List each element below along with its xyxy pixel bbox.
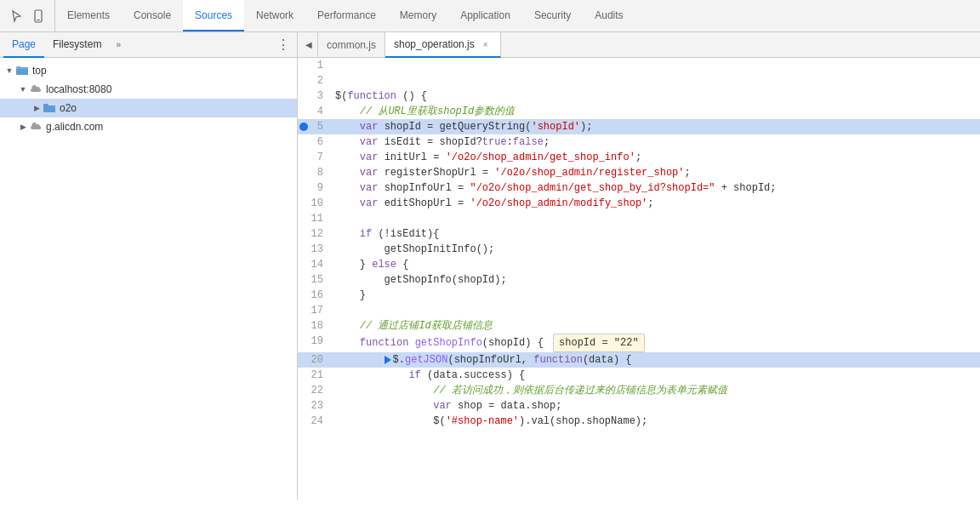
tab-page[interactable]: Page	[3, 32, 44, 58]
tab-sources[interactable]: Sources	[183, 0, 244, 31]
pause-arrow-icon	[385, 356, 391, 364]
tree-item-top[interactable]: ▼ top	[0, 61, 297, 80]
table-row: 24 $('#shop-name').val(shop.shopName);	[298, 414, 980, 429]
tab-elements[interactable]: Elements	[55, 0, 122, 31]
line-content: var isEdit = shopId?true:false;	[332, 134, 980, 150]
table-row: 17	[298, 303, 980, 318]
tree-item-alicdn[interactable]: ▶ g.alicdn.com	[0, 117, 297, 136]
tab-console[interactable]: Console	[122, 0, 183, 31]
table-row: 9 var shopInfoUrl = "/o2o/shop_admin/get…	[298, 180, 980, 196]
line-content	[332, 73, 980, 88]
tree-toggle-top[interactable]: ▼	[3, 65, 15, 77]
line-number: 7	[298, 150, 332, 165]
cursor-icon[interactable]	[7, 7, 26, 26]
line-number: 10	[298, 196, 332, 211]
table-row: 3 $(function () {	[298, 88, 980, 104]
tree-label-localhost: localhost:8080	[46, 83, 111, 95]
line-content: // 通过店铺Id获取店铺信息	[332, 318, 980, 334]
file-tab-shopoperationjs[interactable]: shop_operation.js ×	[385, 32, 501, 58]
tab-security[interactable]: Security	[522, 0, 583, 31]
line-content	[332, 303, 980, 318]
tree-toggle-localhost[interactable]: ▼	[17, 83, 29, 95]
table-row: 1	[298, 58, 980, 73]
table-row: 13 getShopInitInfo();	[298, 242, 980, 257]
table-row: 20 $.getJSON(shopInfoUrl, function(data)…	[298, 352, 980, 368]
line-content: $.getJSON(shopInfoUrl, function(data) {	[332, 352, 980, 368]
table-row: 8 var registerShopUrl = '/o2o/shop_admin…	[298, 165, 980, 180]
close-shopoperationjs-button[interactable]: ×	[480, 38, 492, 50]
line-number: 11	[298, 211, 332, 226]
sidebar-secondary-toolbar: Page Filesystem » ⋮	[0, 32, 297, 58]
page-filesystem-tabs: Page Filesystem »	[3, 32, 127, 58]
tab-filesystem[interactable]: Filesystem	[44, 32, 110, 58]
folder-icon-top	[15, 64, 29, 77]
devtools-toolbar: Elements Console Sources Network Perform…	[0, 0, 980, 32]
table-row: 12 if (!isEdit){	[298, 226, 980, 242]
tab-audits[interactable]: Audits	[583, 0, 635, 31]
table-row: 10 var editShopUrl = '/o2o/shop_admin/mo…	[298, 196, 980, 211]
main-content: Page Filesystem » ⋮ ▼ top	[0, 32, 980, 499]
code-table: 1 2 3 $(function () { 4	[298, 58, 980, 429]
file-tree: ▼ top ▼ localhost:8080	[0, 58, 297, 499]
line-content: if (!isEdit){	[332, 226, 980, 242]
table-row: 14 } else {	[298, 257, 980, 272]
table-row: 19 function getShopInfo(shopId) { shopId…	[298, 334, 980, 352]
tab-application[interactable]: Application	[448, 0, 522, 31]
line-number: 9	[298, 180, 332, 196]
more-tabs-button[interactable]: »	[110, 37, 127, 54]
sidebar-menu-button[interactable]: ⋮	[273, 35, 293, 55]
cloud-icon-localhost	[29, 83, 43, 96]
file-tab-shopoperationjs-label: shop_operation.js	[394, 38, 475, 50]
line-number: 15	[298, 272, 332, 288]
code-area: ◀ common.js shop_operation.js × 1	[298, 32, 980, 499]
line-number: 1	[298, 58, 332, 73]
table-row: 5 var shopId = getQueryString('shopId');	[298, 119, 980, 134]
line-content: var shop = data.shop;	[332, 398, 980, 414]
code-editor[interactable]: 1 2 3 $(function () { 4	[298, 58, 980, 499]
file-tab-commonjs-label: common.js	[327, 39, 376, 51]
tabs-bar: Elements Console Sources Network Perform…	[55, 0, 980, 31]
line-content: }	[332, 288, 980, 303]
line-number: 17	[298, 303, 332, 318]
line-number: 18	[298, 318, 332, 334]
tree-item-localhost[interactable]: ▼ localhost:8080	[0, 80, 297, 99]
toolbar-icons	[0, 0, 55, 31]
tab-memory[interactable]: Memory	[388, 0, 448, 31]
tree-item-o2o[interactable]: ▶ o2o	[0, 99, 297, 117]
tree-label-top: top	[32, 65, 47, 77]
line-number: 5	[298, 119, 332, 134]
table-row: 4 // 从URL里获取shopId参数的值	[298, 104, 980, 119]
tree-toggle-o2o[interactable]: ▶	[31, 102, 43, 114]
line-number: 16	[298, 288, 332, 303]
tree-toggle-alicdn[interactable]: ▶	[17, 121, 29, 133]
line-content: getShopInfo(shopId);	[332, 272, 980, 288]
table-row: 6 var isEdit = shopId?true:false;	[298, 134, 980, 150]
sidebar: Page Filesystem » ⋮ ▼ top	[0, 32, 298, 499]
line-number: 20	[298, 352, 332, 368]
line-content: } else {	[332, 257, 980, 272]
tree-label-o2o: o2o	[60, 102, 77, 114]
line-number: 6	[298, 134, 332, 150]
debug-tooltip: shopId = "22"	[553, 334, 645, 352]
line-number: 22	[298, 383, 332, 398]
table-row: 18 // 通过店铺Id获取店铺信息	[298, 318, 980, 334]
line-number: 13	[298, 242, 332, 257]
breakpoint-marker	[299, 123, 308, 131]
table-row: 22 // 若访问成功，则依据后台传递过来的店铺信息为表单元素赋值	[298, 383, 980, 398]
file-tab-commonjs[interactable]: common.js	[318, 32, 385, 58]
file-tabs: ◀ common.js shop_operation.js ×	[298, 32, 980, 58]
line-number: 14	[298, 257, 332, 272]
line-content: function getShopInfo(shopId) { shopId = …	[332, 334, 980, 352]
line-content: // 若访问成功，则依据后台传递过来的店铺信息为表单元素赋值	[332, 383, 980, 398]
line-content: $(function () {	[332, 88, 980, 104]
nav-back-button[interactable]: ◀	[299, 32, 318, 57]
line-number: 8	[298, 165, 332, 180]
line-content: getShopInitInfo();	[332, 242, 980, 257]
mobile-icon[interactable]	[29, 7, 48, 26]
tab-network[interactable]: Network	[244, 0, 305, 31]
line-content: $('#shop-name').val(shop.shopName);	[332, 414, 980, 429]
line-number: 4	[298, 104, 332, 119]
folder-icon-o2o	[43, 101, 56, 115]
tab-performance[interactable]: Performance	[305, 0, 388, 31]
line-content: if (data.success) {	[332, 368, 980, 383]
